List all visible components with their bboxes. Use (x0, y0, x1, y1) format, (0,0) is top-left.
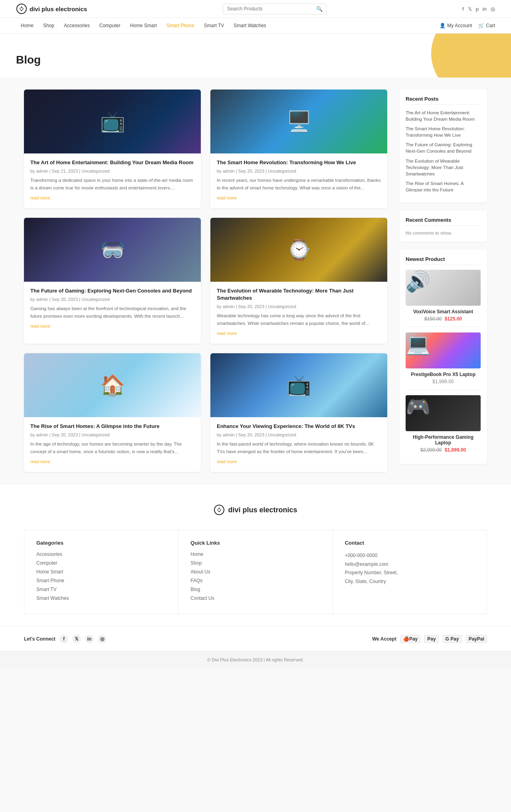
footer-quick-link[interactable]: Blog (190, 587, 320, 592)
logo-icon (16, 3, 27, 14)
product-name: High-Performance Gaming Laptop (406, 434, 481, 446)
read-more-link[interactable]: read more (217, 195, 237, 200)
footer-category-link[interactable]: Smart Phone (36, 578, 166, 583)
footer-twitter-icon[interactable]: 𝕏 (72, 635, 81, 643)
sidebar: Recent Posts The Art of Home Entertainme… (399, 90, 487, 472)
svg-point-1 (20, 8, 23, 10)
google-pay-badge: G Pay (443, 635, 462, 643)
cart-icon: 🛒 (478, 23, 484, 28)
read-more-link[interactable]: read more (30, 195, 50, 200)
nav-smart-phone[interactable]: Smart Phone (162, 18, 199, 33)
facebook-icon[interactable]: f (462, 6, 464, 12)
social-icons: f 𝕏 p in ◎ (462, 6, 495, 12)
product-old-price: $2,000.00 (420, 447, 442, 453)
footer-quick-link[interactable]: Contact Us (190, 595, 320, 601)
blog-post-image (210, 218, 387, 282)
blog-post-title: The Rise of Smart Homes: A Glimpse into … (30, 423, 194, 430)
footer-category-link[interactable]: Smart TV (36, 587, 166, 592)
footer-category-link[interactable]: Home Smart (36, 569, 166, 575)
footer-category-link[interactable]: Accessories (36, 551, 166, 557)
read-more-link[interactable]: read more (217, 331, 237, 336)
site-logo[interactable]: divi plus electronics (16, 3, 87, 14)
nav-smart-tv[interactable]: Smart TV (199, 18, 229, 33)
recent-post-link[interactable]: The Future of Gaming: Exploring Next-Gen… (406, 141, 481, 154)
read-more-link[interactable]: read more (217, 459, 237, 464)
footer-category-link[interactable]: Smart Watches (36, 595, 166, 601)
blog-card: The Art of Home Entertainment: Building … (24, 90, 201, 208)
main-content: The Art of Home Entertainment: Building … (16, 78, 495, 484)
blog-card: Enhance Your Viewing Experience: The Wor… (210, 353, 387, 472)
blog-card: The Smart Home Revolution: Transforming … (210, 90, 387, 208)
nav-accessories[interactable]: Accessories (59, 18, 95, 33)
blog-post-excerpt: Transforming a dedicated space in your h… (30, 177, 194, 191)
blog-post-image (24, 218, 201, 282)
recent-post-link[interactable]: The Evolution of Wearable Technology: Mo… (406, 158, 481, 177)
no-comments-text: No comments to show. (406, 231, 481, 235)
nav-smart-watches[interactable]: Smart Watches (229, 18, 271, 33)
footer-main: divi plus electronics Gategories Accesso… (0, 484, 511, 626)
blog-post-title: The Future of Gaming: Exploring Next-Gen… (30, 287, 194, 295)
footer-instagram-icon[interactable]: ◎ (98, 635, 107, 643)
footer-quick-link[interactable]: FAQs (190, 578, 320, 583)
product-name: PrestigeBook Pro X5 Laptop (406, 372, 481, 377)
nav-shop[interactable]: Shop (38, 18, 59, 33)
recent-post-link[interactable]: The Art of Home Entertainment: Building … (406, 109, 481, 122)
instagram-icon[interactable]: ◎ (491, 6, 495, 12)
product-new-price: $1,899.00 (445, 447, 466, 453)
search-bar[interactable]: 🔍 (223, 4, 327, 14)
twitter-icon[interactable]: 𝕏 (468, 6, 472, 12)
footer-quick-link[interactable]: Shop (190, 560, 320, 566)
blog-post-title: The Smart Home Revolution: Transforming … (217, 159, 381, 166)
recent-posts-widget: Recent Posts The Art of Home Entertainme… (399, 90, 487, 203)
footer: divi plus electronics Gategories Accesso… (0, 484, 511, 668)
footer-phone: +000-000-0000 (345, 553, 378, 558)
nav-home-smart[interactable]: Home Smart (125, 18, 161, 33)
linkedin-icon[interactable]: in (483, 6, 487, 12)
blog-post-meta: by admin | Sep 20, 2023 | Uncategorized (217, 304, 381, 309)
blog-post-image (24, 353, 201, 417)
footer-contact: Contact +000-000-0000 hello@example.com … (333, 530, 487, 614)
product-image[interactable] (406, 395, 481, 431)
newest-product-widget: Newest Product VoxiVoice Smart Assistant… (399, 250, 487, 464)
footer-logo-icon (214, 504, 225, 515)
nav-home[interactable]: Home (16, 18, 38, 33)
recent-post-link[interactable]: The Smart Home Revolution: Transforming … (406, 125, 481, 138)
product-price: $2,000.00 $1,899.00 (406, 447, 481, 453)
footer-linkedin-icon[interactable]: in (85, 635, 94, 643)
footer-quick-links-title: Quick Links (190, 540, 320, 546)
footer-facebook-icon[interactable]: f (59, 635, 68, 643)
product-new-price: $125.00 (445, 316, 462, 322)
we-accept-label: We Accept (372, 636, 396, 642)
lets-connect-label: Let's Connect (24, 636, 55, 642)
search-button[interactable]: 🔍 (313, 4, 326, 14)
nav-links: Home Shop Accessories Computer Home Smar… (16, 18, 271, 33)
footer-logo-text: divi plus electronics (228, 506, 297, 514)
footer-quick-links: Quick Links Home Shop About Us FAQs Blog… (178, 530, 333, 614)
cart-link[interactable]: 🛒 Cart (478, 23, 495, 28)
footer-category-link[interactable]: Computer (36, 560, 166, 566)
recent-posts-title: Recent Posts (406, 96, 481, 105)
main-nav: Home Shop Accessories Computer Home Smar… (0, 18, 511, 34)
blog-post-image (210, 353, 387, 417)
blog-post-excerpt: In the fast-paced world of technology, w… (217, 440, 381, 455)
footer-address: Property Number, Street, (345, 570, 398, 575)
footer-quick-link[interactable]: About Us (190, 569, 320, 575)
recent-post-link[interactable]: The Rise of Smart Homes: A Glimpse into … (406, 180, 481, 193)
product-image[interactable] (406, 332, 481, 368)
read-more-link[interactable]: read more (30, 324, 50, 328)
blog-post-meta: by admin | Sep 20, 2023 | Uncategorized (217, 169, 381, 173)
footer-quick-link[interactable]: Home (190, 551, 320, 557)
nav-computer[interactable]: Computer (95, 18, 125, 33)
my-account-link[interactable]: 👤 My Account (440, 23, 472, 28)
blog-post-meta: by admin | Sep 20, 2023 | Uncategorized (30, 297, 194, 302)
search-input[interactable] (223, 4, 313, 14)
pinterest-icon[interactable]: p (476, 6, 479, 12)
top-bar: divi plus electronics 🔍 f 𝕏 p in ◎ (0, 0, 511, 18)
blog-card: The Rise of Smart Homes: A Glimpse into … (24, 353, 201, 472)
footer-email: hello@example.com (345, 561, 388, 567)
product-item: High-Performance Gaming Laptop $2,000.00… (406, 395, 481, 458)
product-image[interactable] (406, 270, 481, 306)
read-more-link[interactable]: read more (30, 459, 50, 464)
apple-pay-badge: 🍎Pay (400, 635, 420, 643)
blog-card: The Future of Gaming: Exploring Next-Gen… (24, 218, 201, 344)
